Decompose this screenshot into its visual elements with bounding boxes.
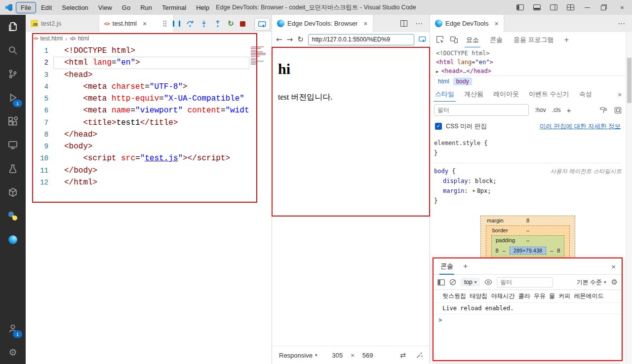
box-model-border[interactable]: border– padding– 8 – 289×79.438 – 8 <box>486 225 570 261</box>
search-icon[interactable] <box>1 38 25 62</box>
console-sidebar-icon[interactable] <box>437 279 445 286</box>
css-mirror-checkbox[interactable]: ✓ <box>435 123 442 130</box>
css-property-row[interactable]: display: block; <box>434 176 622 186</box>
line-number[interactable]: 2 <box>26 57 51 69</box>
add-console-tab-icon[interactable]: + <box>463 262 468 271</box>
line-number[interactable]: 1 <box>26 45 51 57</box>
device-select[interactable]: Responsive ▾ <box>279 352 317 359</box>
run-debug-icon[interactable]: 1 <box>1 86 25 109</box>
console-settings-icon[interactable]: ⚙ <box>611 279 618 286</box>
step-over-icon[interactable] <box>186 20 194 28</box>
tab-edge-devtools[interactable]: Edge DevTools × <box>430 15 504 32</box>
code-line-8[interactable]: 8</head> <box>26 129 249 141</box>
dom-tree[interactable]: <!DOCTYPE html><html lang="en">▶ <head>…… <box>430 47 626 77</box>
style-tab-1[interactable]: 계산됨 <box>459 86 488 102</box>
toggle-pseudo-class-button[interactable]: :hov <box>535 107 546 113</box>
dom-node-2[interactable]: ▶ <head>…</head> <box>436 67 626 75</box>
code-line-3[interactable]: 3<head> <box>26 69 249 81</box>
style-tab-4[interactable]: 속성 <box>574 86 597 102</box>
element-classes-button[interactable]: .cls <box>552 107 561 113</box>
close-tab-icon[interactable]: × <box>143 20 147 27</box>
menu-go[interactable]: Go <box>117 2 135 13</box>
more-tabs-icon[interactable]: » <box>618 90 626 98</box>
url-bar[interactable] <box>308 34 414 45</box>
forward-icon[interactable]: → <box>287 36 293 43</box>
remote-explorer-icon[interactable] <box>1 133 25 157</box>
line-number[interactable]: 6 <box>26 105 51 116</box>
breadcrumb-node[interactable]: html <box>78 35 89 42</box>
line-number[interactable]: 10 <box>26 152 51 164</box>
color-scheme-icon[interactable] <box>600 107 607 114</box>
crumb-html[interactable]: html <box>435 77 452 85</box>
code-editor[interactable]: 1<!DOCTYPE html>2<html lang="en">3<head>… <box>26 45 249 208</box>
auto-fix-icon[interactable] <box>416 352 423 359</box>
code-line-2[interactable]: 2<html lang="en"> <box>26 57 249 69</box>
rotate-viewport-icon[interactable]: ⇄ <box>400 351 406 359</box>
close-tab-icon[interactable]: × <box>363 20 367 27</box>
code-line-5[interactable]: 5 <meta http-equiv="X-UA-Compatible" con… <box>26 93 249 105</box>
toggle-primary-sidebar-icon[interactable] <box>512 0 528 15</box>
split-editor-icon[interactable] <box>400 20 407 27</box>
user-agent-rule[interactable]: body { 사용자 에이전트 스타일시트 display: block; ma… <box>434 163 622 206</box>
menu-selection[interactable]: Selection <box>57 2 93 13</box>
screencast-toggle-icon[interactable] <box>419 36 426 42</box>
screencast-button[interactable] <box>254 18 270 31</box>
breadcrumb-file[interactable]: test.html <box>40 35 63 42</box>
expand-value-icon[interactable]: ▶ <box>473 186 475 196</box>
tab-console-drawer[interactable]: 콘솔 <box>437 258 456 275</box>
line-number[interactable]: 5 <box>26 93 51 105</box>
close-window-icon[interactable]: × <box>612 0 632 15</box>
viewport-height[interactable]: 569 <box>362 352 373 359</box>
code-line-7[interactable]: 7 <title>test1</title> <box>26 117 249 129</box>
toggle-secondary-sidebar-icon[interactable] <box>545 0 562 15</box>
menu-file[interactable]: File <box>16 2 36 13</box>
step-into-icon[interactable] <box>200 20 208 28</box>
tab-test2-js[interactable]: JS test2.js <box>26 15 99 32</box>
drag-handle-icon[interactable] <box>163 20 167 27</box>
line-number[interactable]: 7 <box>26 117 51 129</box>
restore-window-icon[interactable] <box>595 0 612 15</box>
stop-icon[interactable] <box>240 21 245 27</box>
new-style-rule-button[interactable]: + <box>567 106 571 114</box>
toggle-panel-icon[interactable] <box>528 0 545 15</box>
inspect-element-icon[interactable] <box>434 34 446 46</box>
menu-run[interactable]: Run <box>135 2 157 13</box>
minimap[interactable] <box>249 44 269 312</box>
restart-icon[interactable]: ↻ <box>228 20 234 28</box>
menu-edit[interactable]: Edit <box>36 2 57 13</box>
dom-node-0[interactable]: <!DOCTYPE html> <box>436 49 626 58</box>
console-prompt[interactable]: > <box>434 314 622 326</box>
step-out-icon[interactable] <box>214 20 222 28</box>
style-tab-3[interactable]: 이벤트 수신기 <box>524 86 574 102</box>
dom-node-1[interactable]: <html lang="en"> <box>436 58 626 67</box>
log-level-selector[interactable]: 기본 수준 ▾ <box>577 278 606 287</box>
tab-elements[interactable]: 요소 <box>462 32 483 48</box>
css-mirror-help-link[interactable]: 미러 편집에 대한 자세한 정보 <box>540 122 621 131</box>
source-control-icon[interactable] <box>1 62 25 86</box>
menu-view[interactable]: View <box>93 2 117 13</box>
eye-icon[interactable] <box>484 279 492 285</box>
accounts-icon[interactable]: 1 <box>1 317 25 340</box>
testing-icon[interactable] <box>1 157 25 181</box>
styles-filter-input[interactable] <box>434 104 529 116</box>
line-number[interactable]: 3 <box>26 69 51 81</box>
menu-terminal[interactable]: Terminal <box>157 2 191 13</box>
line-number[interactable]: 9 <box>26 141 51 152</box>
explorer-icon[interactable] <box>1 15 25 38</box>
scrollbar[interactable] <box>626 32 632 364</box>
line-number[interactable]: 11 <box>26 165 51 177</box>
package-icon[interactable] <box>1 181 25 204</box>
styles-pane[interactable]: element.style { } body { 사용자 에이전트 스타일시트 … <box>430 134 626 217</box>
python-icon[interactable] <box>1 204 25 228</box>
customize-layout-icon[interactable] <box>562 0 579 15</box>
inline-style-rule[interactable]: element.style { <box>434 138 622 148</box>
reload-icon[interactable]: ↻ <box>297 36 304 43</box>
clear-console-icon[interactable] <box>449 279 456 286</box>
console-filter-input[interactable] <box>497 277 553 288</box>
tab-console[interactable]: 콘솔 <box>485 32 507 48</box>
line-number[interactable]: 8 <box>26 129 51 141</box>
crumb-body[interactable]: body <box>453 77 472 85</box>
line-number[interactable]: 4 <box>26 81 51 93</box>
style-tab-2[interactable]: 레이아웃 <box>488 86 524 102</box>
code-line-6[interactable]: 6 <meta name="viewport" content="width=d… <box>26 105 249 116</box>
